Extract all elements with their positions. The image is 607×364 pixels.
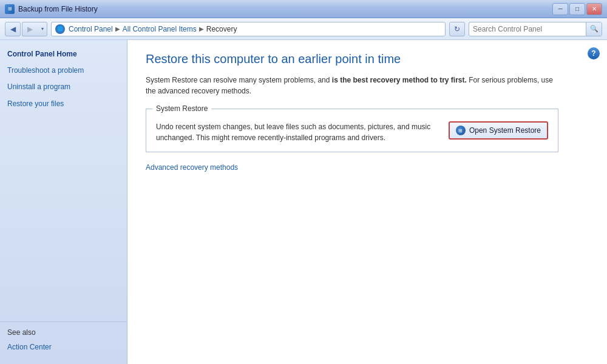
section-label: System Restore bbox=[152, 104, 211, 113]
title-controls: ─ □ ✕ bbox=[552, 3, 602, 15]
content-area: ? Restore this computer to an earlier po… bbox=[127, 40, 607, 364]
sidebar-item-restore-files[interactable]: Restore your files bbox=[0, 96, 127, 112]
app-icon: ⊞ bbox=[5, 4, 15, 14]
sidebar-item-uninstall[interactable]: Uninstall a program bbox=[0, 79, 127, 95]
window-title: Backup from File History bbox=[18, 5, 98, 13]
see-also-title: See also bbox=[7, 328, 120, 337]
description-text: System Restore can resolve many system p… bbox=[146, 75, 558, 96]
breadcrumb-control-panel[interactable]: Control Panel bbox=[69, 25, 113, 33]
title-bar-left: ⊞ Backup from File History bbox=[5, 4, 98, 14]
sidebar-item-action-center[interactable]: Action Center bbox=[7, 339, 120, 356]
restore-icon: ⊞ bbox=[456, 126, 466, 135]
system-restore-section: System Restore Undo recent system change… bbox=[146, 109, 558, 152]
page-title: Restore this computer to an earlier poin… bbox=[146, 52, 589, 66]
nav-bar: ◀ ▶ ▾ 🌐 Control Panel ▶ All Control Pane… bbox=[0, 18, 607, 40]
refresh-button[interactable]: ↻ bbox=[449, 22, 465, 36]
open-restore-label: Open System Restore bbox=[469, 126, 541, 135]
breadcrumb-current: Recovery bbox=[206, 25, 237, 33]
search-bar: 🔍 bbox=[469, 22, 602, 36]
close-button[interactable]: ✕ bbox=[586, 3, 602, 15]
breadcrumb-all-items[interactable]: All Control Panel Items bbox=[123, 25, 197, 33]
sidebar-item-control-panel-home[interactable]: Control Panel Home bbox=[0, 46, 127, 62]
breadcrumb-sep-2: ▶ bbox=[199, 25, 204, 32]
maximize-button[interactable]: □ bbox=[569, 3, 585, 15]
back-button[interactable]: ◀ bbox=[5, 22, 21, 36]
open-system-restore-button[interactable]: ⊞ Open System Restore bbox=[449, 121, 548, 140]
sidebar-item-troubleshoot[interactable]: Troubleshoot a problem bbox=[0, 62, 127, 79]
breadcrumb-globe-icon: 🌐 bbox=[55, 24, 65, 34]
nav-dropdown-button[interactable]: ▾ bbox=[38, 22, 47, 36]
forward-button[interactable]: ▶ bbox=[22, 22, 38, 36]
minimize-button[interactable]: ─ bbox=[552, 3, 568, 15]
help-icon[interactable]: ? bbox=[588, 47, 600, 59]
section-content: Undo recent system changes, but leave fi… bbox=[156, 121, 548, 143]
see-also-section: See also Action Center bbox=[0, 322, 127, 358]
title-bar: ⊞ Backup from File History ─ □ ✕ bbox=[0, 0, 607, 18]
description-bold: is the best recovery method to try first… bbox=[332, 76, 467, 84]
breadcrumb-bar: 🌐 Control Panel ▶ All Control Panel Item… bbox=[51, 22, 446, 36]
advanced-recovery-link[interactable]: Advanced recovery methods bbox=[146, 163, 589, 172]
main-container: Control Panel Home Troubleshoot a proble… bbox=[0, 40, 607, 364]
breadcrumb-sep-1: ▶ bbox=[115, 25, 120, 32]
search-input[interactable] bbox=[469, 25, 586, 33]
sidebar: Control Panel Home Troubleshoot a proble… bbox=[0, 40, 127, 364]
section-description: Undo recent system changes, but leave fi… bbox=[156, 121, 436, 143]
search-button[interactable]: 🔍 bbox=[586, 22, 602, 36]
